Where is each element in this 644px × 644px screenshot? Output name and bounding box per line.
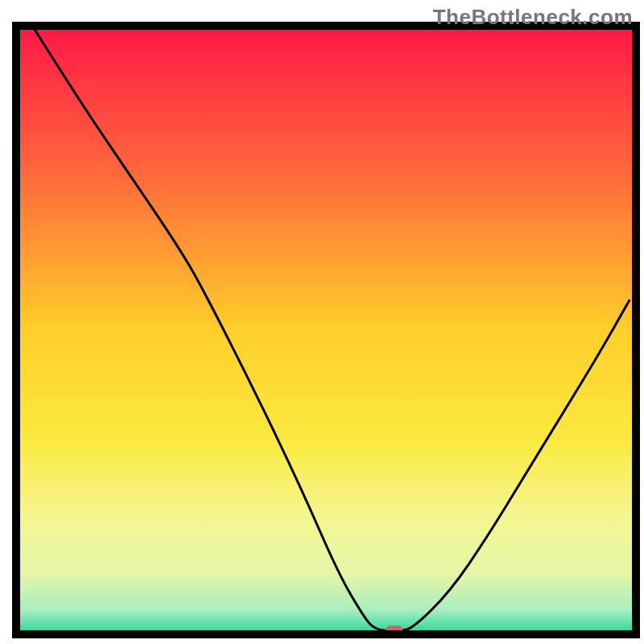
watermark-text: TheBottleneck.com [433, 5, 633, 30]
chart-container: TheBottleneck.com [0, 0, 644, 644]
bottleneck-chart [0, 0, 644, 644]
